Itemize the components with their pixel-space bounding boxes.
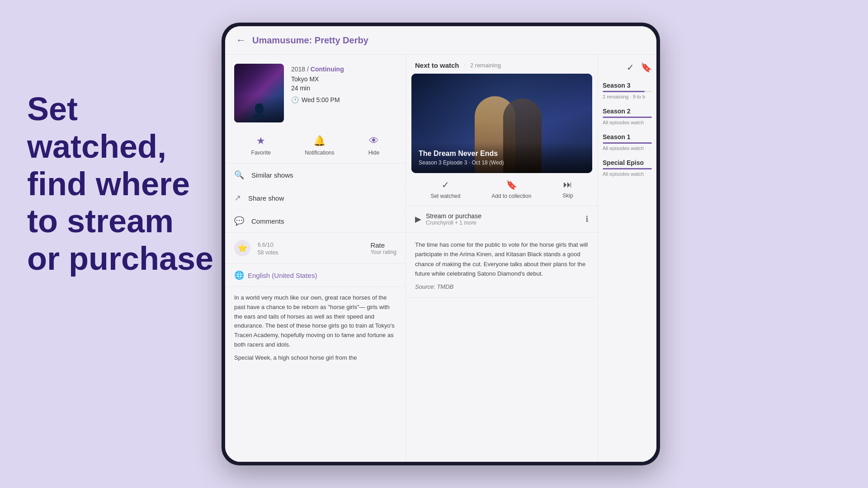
share-show-item[interactable]: ↗ Share show — [225, 187, 406, 210]
check-icon: ✓ — [442, 179, 449, 190]
show-info: 2018 / Continuing Tokyo MX 24 min 🕐 Wed … — [225, 55, 406, 130]
check-top-icon[interactable]: ✓ — [627, 62, 634, 73]
season-2-name: Season 2 — [603, 108, 652, 115]
show-status: Continuing — [311, 66, 344, 73]
season-3-sub: 2 remaining · 9 to b — [603, 94, 652, 99]
special-episodes-item[interactable]: Special Episo All episodes watch — [603, 159, 652, 177]
favorite-icon: ★ — [256, 135, 265, 147]
tagline-line5: or purchase — [27, 240, 213, 277]
main-content: 2018 / Continuing Tokyo MX 24 min 🕐 Wed … — [225, 55, 656, 462]
show-description2: Special Week, a high school horse girl f… — [234, 353, 396, 363]
similar-shows-item[interactable]: 🔍 Similar shows — [225, 164, 406, 187]
episode-thumbnail[interactable]: The Dream Never Ends Season 3 Episode 3 … — [411, 74, 592, 173]
tagline-line2: watched, — [27, 128, 166, 164]
app-header: ← Umamusume: Pretty Derby — [225, 26, 656, 55]
synopsis-text: The time has come for the public to vote… — [415, 240, 589, 279]
skip-icon: ⏭ — [563, 179, 572, 190]
season-3-progress-bar — [603, 91, 652, 92]
schedule-text: Wed 5:00 PM — [302, 96, 340, 103]
source-text: Source: TMDB — [415, 283, 589, 290]
episode-actions: ✓ Set watched 🔖 Add to collection ⏭ Skip — [406, 173, 598, 206]
language-selector[interactable]: 🌐 English (United States) — [234, 270, 396, 280]
season-3-progress-fill — [603, 91, 645, 92]
app-title: Umamusume: Pretty Derby — [252, 35, 368, 46]
top-icons: ✓ 🔖 — [603, 62, 652, 73]
your-rating-label: Your rating — [370, 249, 396, 255]
show-meta: 2018 / Continuing Tokyo MX 24 min 🕐 Wed … — [291, 64, 396, 103]
comment-icon: 💬 — [234, 216, 244, 226]
stream-left: ▶ Stream or purchase Crunchyroll + 1 mor… — [415, 212, 481, 226]
rating-avatar: ⭐ — [234, 240, 250, 256]
show-separator: / — [307, 66, 309, 73]
search-icon: 🔍 — [234, 170, 244, 180]
tagline-line3: find where — [27, 166, 190, 202]
play-icon: ▶ — [415, 214, 421, 224]
clock-icon: 🕐 — [291, 96, 299, 103]
show-schedule: 🕐 Wed 5:00 PM — [291, 96, 396, 103]
next-watch-header: Next to watch · 2 remaining — [406, 55, 598, 74]
next-watch-title: Next to watch — [415, 61, 459, 69]
stream-label: Stream or purchase — [426, 212, 481, 220]
episode-title: The Dream Never Ends — [419, 150, 585, 158]
tagline: Set watched, find where to stream or pur… — [27, 90, 217, 277]
next-watch-separator: · — [464, 61, 466, 69]
menu-items: 🔍 Similar shows ↗ Share show 💬 Comments — [225, 164, 406, 233]
season-3-item[interactable]: Season 3 2 remaining · 9 to b — [603, 82, 652, 99]
tagline-line1: Set — [27, 91, 78, 127]
right-panel: Next to watch · 2 remaining The Dream Ne… — [406, 55, 598, 462]
season-1-progress-fill — [603, 142, 652, 144]
rate-info: Rate Your rating — [370, 241, 396, 255]
season-1-sub: All episodes watch — [603, 145, 652, 151]
show-year: 2018 — [291, 66, 305, 73]
show-network: Tokyo MX — [291, 75, 396, 83]
globe-icon: 🌐 — [234, 270, 244, 280]
stream-sub: Crunchyroll + 1 more — [426, 220, 481, 226]
season-3-name: Season 3 — [603, 82, 652, 89]
special-progress-fill — [603, 168, 652, 169]
skip-button[interactable]: ⏭ Skip — [562, 179, 573, 199]
season-2-item[interactable]: Season 2 All episodes watch — [603, 108, 652, 125]
season-1-item[interactable]: Season 1 All episodes watch — [603, 133, 652, 151]
eye-icon: 👁 — [369, 135, 379, 147]
favorite-label: Favorite — [251, 150, 271, 156]
remaining-badge: 2 remaining — [470, 62, 501, 69]
add-collection-label: Add to collection — [491, 193, 531, 199]
device-screen: ← Umamusume: Pretty Derby 2018 / Continu… — [225, 26, 656, 462]
rating-value: 6.6/10 — [258, 240, 278, 249]
show-description: In a world very much like our own, great… — [234, 293, 396, 350]
show-poster — [234, 64, 284, 122]
notifications-label: Notifications — [305, 150, 334, 156]
back-button[interactable]: ← — [236, 34, 246, 46]
comments-item[interactable]: 💬 Comments — [225, 210, 406, 232]
favorite-button[interactable]: ★ Favorite — [251, 135, 271, 156]
similar-shows-label: Similar shows — [251, 171, 293, 179]
hide-button[interactable]: 👁 Hide — [368, 135, 380, 156]
set-watched-button[interactable]: ✓ Set watched — [430, 179, 460, 199]
season-1-name: Season 1 — [603, 133, 652, 141]
rate-label: Rate — [370, 241, 396, 249]
rating-section: ⭐ 6.6/10 58 votes Rate Your rating — [225, 233, 406, 264]
add-collection-button[interactable]: 🔖 Add to collection — [491, 179, 531, 199]
language-label: English (United States) — [248, 272, 317, 279]
hide-label: Hide — [368, 150, 380, 156]
description-section: In a world very much like our own, great… — [225, 287, 406, 369]
tagline-line4: to stream — [27, 203, 174, 239]
bookmark-icon: 🔖 — [506, 179, 517, 190]
info-icon[interactable]: ℹ — [585, 214, 589, 224]
season-1-progress-bar — [603, 142, 652, 144]
language-section: 🌐 English (United States) — [225, 264, 406, 287]
rating-info: 6.6/10 58 votes — [258, 240, 278, 256]
season-2-progress-fill — [603, 117, 652, 118]
bookmark-top-icon[interactable]: 🔖 — [641, 62, 652, 73]
special-progress-bar — [603, 168, 652, 169]
left-panel: 2018 / Continuing Tokyo MX 24 min 🕐 Wed … — [225, 55, 406, 462]
rating-votes: 58 votes — [258, 249, 278, 256]
share-show-label: Share show — [248, 194, 284, 202]
notifications-button[interactable]: 🔔 Notifications — [305, 135, 334, 156]
skip-label: Skip — [562, 192, 573, 199]
season-2-progress-bar — [603, 117, 652, 118]
share-icon: ↗ — [234, 193, 241, 203]
set-watched-label: Set watched — [430, 193, 460, 199]
bell-icon: 🔔 — [313, 135, 326, 147]
comments-label: Comments — [251, 217, 284, 225]
